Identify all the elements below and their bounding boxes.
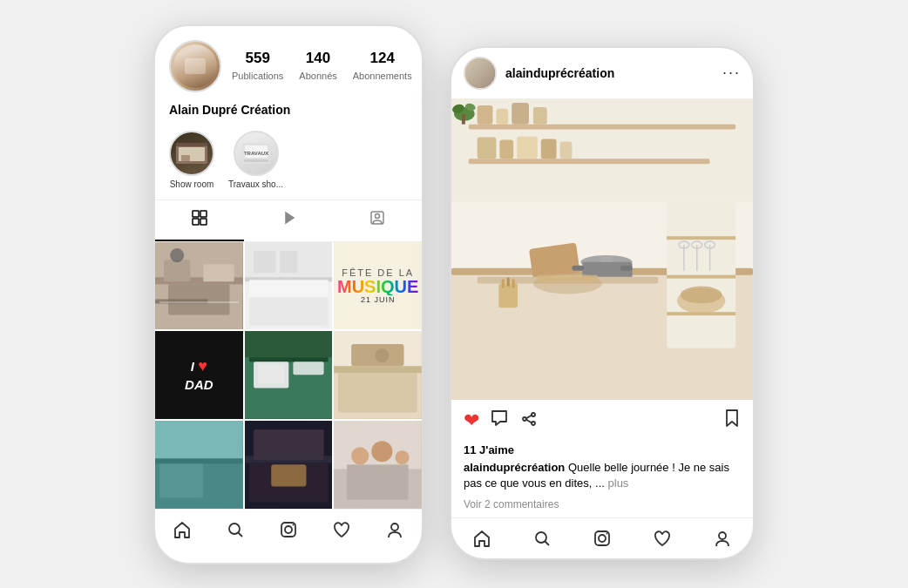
svg-rect-98 — [620, 265, 633, 270]
post-image — [451, 98, 753, 400]
svg-rect-66 — [478, 105, 493, 124]
nav-profile-left[interactable] — [369, 517, 422, 543]
post-actions: ❤ — [451, 400, 753, 442]
svg-point-53 — [372, 441, 393, 462]
post-image-content — [451, 98, 753, 400]
svg-rect-49 — [271, 464, 306, 486]
svg-rect-77 — [541, 139, 557, 159]
abonnements-label: Abonnements — [353, 71, 412, 81]
post-header: alainduprécréation ··· — [451, 48, 753, 98]
tabs-nav — [155, 199, 422, 242]
svg-rect-67 — [496, 108, 508, 124]
highlight-travaux[interactable]: TRAVAUX Travaux sho... — [228, 131, 283, 189]
svg-rect-75 — [499, 139, 513, 159]
svg-rect-38 — [338, 373, 417, 412]
svg-rect-37 — [334, 366, 422, 373]
svg-marker-12 — [286, 213, 294, 223]
svg-rect-64 — [469, 124, 735, 129]
nav-home-right[interactable] — [451, 525, 512, 551]
abonnes-stat: 140 Abonnés — [299, 50, 336, 83]
grid-cell-8[interactable] — [245, 421, 333, 509]
avatar[interactable] — [169, 40, 221, 92]
tab-tagged[interactable] — [333, 200, 422, 241]
grid-cell-6[interactable] — [334, 331, 422, 419]
abonnes-label: Abonnés — [299, 71, 336, 81]
svg-rect-74 — [478, 137, 497, 159]
nav-profile-right[interactable] — [693, 525, 753, 551]
grid-cell-3[interactable]: FÊTE DE LA MUSIQUE 21 JUIN — [334, 242, 422, 330]
publications-count: 559 — [232, 50, 283, 67]
share-button[interactable] — [519, 409, 539, 433]
svg-rect-76 — [517, 136, 538, 159]
nav-search-right[interactable] — [512, 525, 572, 551]
caption-more[interactable]: plus — [608, 476, 629, 490]
post-avatar — [464, 57, 497, 90]
svg-rect-82 — [667, 236, 735, 240]
reels-icon — [280, 209, 297, 231]
nav-heart-right[interactable] — [633, 525, 693, 551]
bottom-nav-left — [155, 509, 422, 550]
highlight-circle-showroom — [169, 131, 214, 176]
svg-point-111 — [523, 417, 526, 421]
svg-point-61 — [391, 524, 398, 531]
svg-rect-9 — [200, 211, 207, 217]
bookmark-button[interactable] — [723, 409, 741, 433]
post-more-button[interactable]: ··· — [722, 64, 741, 82]
svg-rect-33 — [258, 364, 284, 383]
nav-home-left[interactable] — [155, 517, 208, 543]
svg-rect-102 — [538, 274, 598, 281]
svg-rect-81 — [667, 201, 735, 348]
grid-cell-9[interactable] — [334, 421, 422, 509]
svg-rect-97 — [572, 265, 584, 270]
nav-instagram-left[interactable] — [261, 517, 315, 543]
svg-text:TRAVAUX: TRAVAUX — [243, 151, 268, 156]
svg-point-20 — [170, 248, 184, 262]
nav-instagram-right[interactable] — [572, 525, 632, 551]
svg-point-109 — [532, 413, 535, 416]
tagged-icon — [369, 209, 386, 231]
caption-username[interactable]: alainduprécréation — [464, 461, 565, 474]
grid-cell-4[interactable]: I ♥DAD — [155, 331, 243, 419]
highlight-showroom-label: Show room — [170, 179, 214, 189]
svg-point-115 — [599, 535, 606, 542]
svg-rect-21 — [203, 264, 234, 281]
grid-cell-5[interactable] — [245, 331, 333, 419]
svg-rect-11 — [200, 219, 207, 225]
svg-point-14 — [376, 213, 380, 218]
nav-heart-left[interactable] — [315, 517, 369, 543]
svg-rect-69 — [533, 106, 547, 124]
publications-stat: 559 Publications — [232, 50, 283, 83]
grid-cell-2[interactable] — [245, 242, 333, 330]
svg-rect-96 — [600, 255, 613, 261]
svg-rect-26 — [249, 280, 329, 297]
dad-text: I ♥DAD — [185, 356, 213, 394]
highlights-row: Show room TRAVAUX Travaux sho... — [155, 127, 422, 199]
svg-line-113 — [545, 541, 549, 545]
like-button[interactable]: ❤ — [464, 409, 479, 432]
grid-cell-7[interactable] — [155, 421, 243, 509]
comments-link[interactable]: Voir 2 commentaires — [451, 498, 753, 517]
nav-search-left[interactable] — [208, 517, 261, 543]
svg-rect-8 — [193, 211, 199, 217]
fete-card: FÊTE DE LA MUSIQUE 21 JUIN — [337, 267, 418, 304]
bottom-nav-right — [451, 517, 753, 558]
svg-rect-83 — [667, 274, 735, 278]
tab-reels[interactable] — [244, 200, 333, 241]
svg-rect-7 — [244, 159, 268, 162]
svg-point-56 — [229, 524, 240, 534]
svg-point-112 — [536, 532, 546, 543]
svg-rect-19 — [155, 299, 207, 303]
svg-point-110 — [532, 422, 535, 425]
left-phone: 559 Publications 140 Abonnés 124 Abonnem… — [153, 24, 424, 564]
profile-name: Alain Dupré Création — [155, 99, 422, 127]
svg-rect-78 — [560, 141, 573, 159]
comment-button[interactable] — [490, 409, 509, 433]
svg-rect-17 — [164, 260, 190, 281]
svg-point-92 — [681, 286, 722, 303]
svg-rect-31 — [249, 357, 329, 362]
tab-grid[interactable] — [155, 200, 244, 241]
highlight-showroom[interactable]: Show room — [169, 131, 214, 189]
fete-title: MUSIQUE — [337, 278, 418, 295]
svg-point-60 — [293, 524, 295, 525]
grid-cell-1[interactable] — [155, 242, 243, 330]
